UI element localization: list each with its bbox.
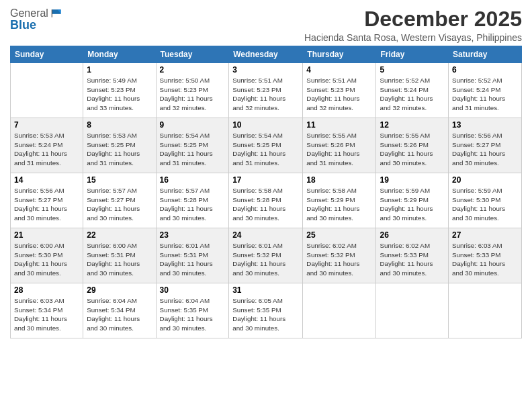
calendar-cell: 27Sunrise: 6:03 AM Sunset: 5:33 PM Dayli… xyxy=(449,228,522,283)
day-number: 30 xyxy=(160,285,226,295)
col-monday: Monday xyxy=(83,46,156,63)
day-info: Sunrise: 6:03 AM Sunset: 5:34 PM Dayligh… xyxy=(14,296,79,333)
col-saturday: Saturday xyxy=(449,46,522,63)
calendar-cell: 7Sunrise: 5:53 AM Sunset: 5:24 PM Daylig… xyxy=(11,118,83,173)
calendar-cell: 22Sunrise: 6:00 AM Sunset: 5:31 PM Dayli… xyxy=(83,228,156,283)
col-sunday: Sunday xyxy=(11,46,83,63)
day-number: 4 xyxy=(306,65,372,75)
calendar-cell: 15Sunrise: 5:57 AM Sunset: 5:27 PM Dayli… xyxy=(83,173,156,228)
calendar-cell: 19Sunrise: 5:59 AM Sunset: 5:29 PM Dayli… xyxy=(376,173,449,228)
calendar-cell: 30Sunrise: 6:04 AM Sunset: 5:35 PM Dayli… xyxy=(156,283,229,338)
day-info: Sunrise: 5:53 AM Sunset: 5:25 PM Dayligh… xyxy=(87,131,152,168)
day-number: 28 xyxy=(14,285,79,295)
day-number: 22 xyxy=(87,230,152,240)
day-info: Sunrise: 5:56 AM Sunset: 5:27 PM Dayligh… xyxy=(452,131,518,168)
calendar-cell: 3Sunrise: 5:51 AM Sunset: 5:23 PM Daylig… xyxy=(229,63,303,118)
calendar-cell: 12Sunrise: 5:55 AM Sunset: 5:26 PM Dayli… xyxy=(376,118,449,173)
calendar-cell: 8Sunrise: 5:53 AM Sunset: 5:25 PM Daylig… xyxy=(83,118,156,173)
day-info: Sunrise: 6:01 AM Sunset: 5:31 PM Dayligh… xyxy=(160,241,226,278)
day-info: Sunrise: 6:03 AM Sunset: 5:33 PM Dayligh… xyxy=(452,241,518,278)
day-number: 8 xyxy=(87,120,152,130)
calendar-cell: 13Sunrise: 5:56 AM Sunset: 5:27 PM Dayli… xyxy=(449,118,522,173)
calendar-cell: 21Sunrise: 6:00 AM Sunset: 5:30 PM Dayli… xyxy=(11,228,83,283)
day-number: 27 xyxy=(452,230,518,240)
day-info: Sunrise: 6:01 AM Sunset: 5:32 PM Dayligh… xyxy=(232,241,299,278)
calendar-cell xyxy=(376,283,449,338)
day-info: Sunrise: 6:02 AM Sunset: 5:33 PM Dayligh… xyxy=(380,241,445,278)
day-info: Sunrise: 5:58 AM Sunset: 5:28 PM Dayligh… xyxy=(232,186,299,223)
calendar-cell: 1Sunrise: 5:49 AM Sunset: 5:23 PM Daylig… xyxy=(83,63,156,118)
col-wednesday: Wednesday xyxy=(229,46,303,63)
day-number: 14 xyxy=(14,175,79,185)
day-number: 20 xyxy=(452,175,518,185)
day-info: Sunrise: 5:54 AM Sunset: 5:25 PM Dayligh… xyxy=(160,131,226,168)
page: General Blue December 2025 Hacienda Sant… xyxy=(0,0,532,411)
calendar-cell: 28Sunrise: 6:03 AM Sunset: 5:34 PM Dayli… xyxy=(11,283,83,338)
day-number: 13 xyxy=(452,120,518,130)
calendar-week-row: 14Sunrise: 5:56 AM Sunset: 5:27 PM Dayli… xyxy=(11,173,522,228)
day-info: Sunrise: 5:50 AM Sunset: 5:23 PM Dayligh… xyxy=(160,76,226,113)
calendar-table: Sunday Monday Tuesday Wednesday Thursday… xyxy=(10,46,522,338)
calendar-cell: 25Sunrise: 6:02 AM Sunset: 5:32 PM Dayli… xyxy=(303,228,376,283)
calendar-cell: 10Sunrise: 5:54 AM Sunset: 5:25 PM Dayli… xyxy=(229,118,303,173)
day-number: 9 xyxy=(160,120,226,130)
calendar-cell: 26Sunrise: 6:02 AM Sunset: 5:33 PM Dayli… xyxy=(376,228,449,283)
calendar-week-row: 21Sunrise: 6:00 AM Sunset: 5:30 PM Dayli… xyxy=(11,228,522,283)
calendar-week-row: 7Sunrise: 5:53 AM Sunset: 5:24 PM Daylig… xyxy=(11,118,522,173)
calendar-cell: 17Sunrise: 5:58 AM Sunset: 5:28 PM Dayli… xyxy=(229,173,303,228)
day-number: 7 xyxy=(14,120,79,130)
day-info: Sunrise: 5:57 AM Sunset: 5:28 PM Dayligh… xyxy=(160,186,226,223)
day-number: 18 xyxy=(306,175,372,185)
calendar-week-row: 1Sunrise: 5:49 AM Sunset: 5:23 PM Daylig… xyxy=(11,63,522,118)
calendar-cell: 18Sunrise: 5:58 AM Sunset: 5:29 PM Dayli… xyxy=(303,173,376,228)
calendar-cell: 20Sunrise: 5:59 AM Sunset: 5:30 PM Dayli… xyxy=(449,173,522,228)
day-number: 10 xyxy=(232,120,299,130)
col-tuesday: Tuesday xyxy=(156,46,229,63)
day-number: 2 xyxy=(160,65,226,75)
day-number: 21 xyxy=(14,230,79,240)
day-number: 24 xyxy=(232,230,299,240)
calendar-cell: 16Sunrise: 5:57 AM Sunset: 5:28 PM Dayli… xyxy=(156,173,229,228)
day-info: Sunrise: 6:02 AM Sunset: 5:32 PM Dayligh… xyxy=(306,241,372,278)
calendar-cell xyxy=(449,283,522,338)
day-info: Sunrise: 6:00 AM Sunset: 5:30 PM Dayligh… xyxy=(14,241,79,278)
calendar-cell: 14Sunrise: 5:56 AM Sunset: 5:27 PM Dayli… xyxy=(11,173,83,228)
day-info: Sunrise: 5:52 AM Sunset: 5:24 PM Dayligh… xyxy=(380,76,445,113)
location-title: Hacienda Santa Rosa, Western Visayas, Ph… xyxy=(304,32,522,43)
day-info: Sunrise: 5:55 AM Sunset: 5:26 PM Dayligh… xyxy=(380,131,445,168)
logo: General Blue xyxy=(10,7,63,32)
calendar-cell xyxy=(303,283,376,338)
calendar-cell: 31Sunrise: 6:05 AM Sunset: 5:35 PM Dayli… xyxy=(229,283,303,338)
day-info: Sunrise: 5:52 AM Sunset: 5:24 PM Dayligh… xyxy=(452,76,518,113)
day-info: Sunrise: 5:49 AM Sunset: 5:23 PM Dayligh… xyxy=(87,76,152,113)
day-info: Sunrise: 5:59 AM Sunset: 5:29 PM Dayligh… xyxy=(380,186,445,223)
day-number: 23 xyxy=(160,230,226,240)
calendar-cell: 23Sunrise: 6:01 AM Sunset: 5:31 PM Dayli… xyxy=(156,228,229,283)
day-number: 6 xyxy=(452,65,518,75)
day-info: Sunrise: 6:05 AM Sunset: 5:35 PM Dayligh… xyxy=(232,296,299,333)
calendar-header-row: Sunday Monday Tuesday Wednesday Thursday… xyxy=(11,46,522,63)
col-friday: Friday xyxy=(376,46,449,63)
logo-flag-icon xyxy=(50,7,63,20)
calendar-cell: 5Sunrise: 5:52 AM Sunset: 5:24 PM Daylig… xyxy=(376,63,449,118)
day-info: Sunrise: 5:56 AM Sunset: 5:27 PM Dayligh… xyxy=(14,186,79,223)
header: General Blue December 2025 Hacienda Sant… xyxy=(10,7,522,43)
day-number: 31 xyxy=(232,285,299,295)
day-number: 3 xyxy=(232,65,299,75)
calendar-cell: 24Sunrise: 6:01 AM Sunset: 5:32 PM Dayli… xyxy=(229,228,303,283)
calendar-cell: 29Sunrise: 6:04 AM Sunset: 5:34 PM Dayli… xyxy=(83,283,156,338)
calendar-cell: 6Sunrise: 5:52 AM Sunset: 5:24 PM Daylig… xyxy=(449,63,522,118)
calendar-cell: 4Sunrise: 5:51 AM Sunset: 5:23 PM Daylig… xyxy=(303,63,376,118)
day-info: Sunrise: 5:54 AM Sunset: 5:25 PM Dayligh… xyxy=(232,131,299,168)
day-number: 1 xyxy=(87,65,152,75)
day-info: Sunrise: 5:58 AM Sunset: 5:29 PM Dayligh… xyxy=(306,186,372,223)
logo-blue-text: Blue xyxy=(10,18,63,32)
day-info: Sunrise: 5:51 AM Sunset: 5:23 PM Dayligh… xyxy=(232,76,299,113)
day-info: Sunrise: 6:00 AM Sunset: 5:31 PM Dayligh… xyxy=(87,241,152,278)
day-number: 19 xyxy=(380,175,445,185)
calendar-cell: 2Sunrise: 5:50 AM Sunset: 5:23 PM Daylig… xyxy=(156,63,229,118)
calendar-cell: 11Sunrise: 5:55 AM Sunset: 5:26 PM Dayli… xyxy=(303,118,376,173)
day-info: Sunrise: 5:59 AM Sunset: 5:30 PM Dayligh… xyxy=(452,186,518,223)
day-info: Sunrise: 5:57 AM Sunset: 5:27 PM Dayligh… xyxy=(87,186,152,223)
day-info: Sunrise: 6:04 AM Sunset: 5:34 PM Dayligh… xyxy=(87,296,152,333)
